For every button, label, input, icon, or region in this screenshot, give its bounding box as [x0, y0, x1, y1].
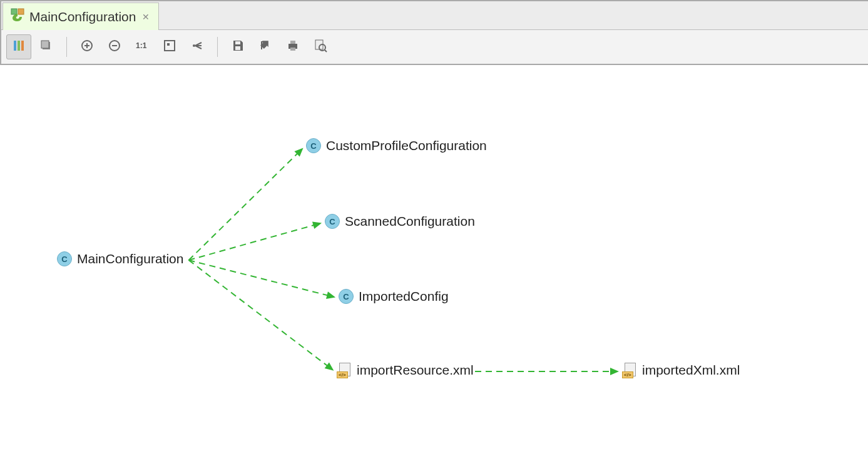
node-label: importedXml.xml: [642, 363, 740, 378]
layout-arrows-button[interactable]: [185, 34, 210, 59]
svg-rect-14: [235, 46, 240, 50]
zoom-in-icon: [80, 39, 94, 56]
svg-rect-11: [167, 43, 170, 46]
export-icon: [258, 39, 272, 56]
svg-line-24: [189, 260, 329, 296]
fit-window-icon: [163, 39, 176, 56]
tab-bar: MainConfiguration ✕: [1, 1, 868, 30]
svg-marker-29: [610, 368, 619, 375]
toolbar-separator: [217, 37, 218, 57]
class-icon: C: [57, 251, 72, 266]
svg-line-20: [189, 153, 299, 260]
export-button[interactable]: [253, 34, 278, 59]
toolbar: 1:1: [1, 30, 868, 65]
layout-arrows-icon: [190, 39, 204, 56]
diagram-node-res[interactable]: importResource.xml: [337, 363, 474, 378]
svg-text:1:1: 1:1: [136, 41, 147, 50]
svg-rect-0: [11, 9, 17, 14]
svg-marker-23: [312, 222, 322, 229]
svg-marker-27: [325, 363, 334, 371]
diagram-node-scanned[interactable]: CScannedConfiguration: [325, 214, 475, 229]
svg-rect-13: [235, 41, 240, 44]
preview-icon: [314, 39, 327, 56]
view-columns-icon: [12, 39, 26, 56]
node-label: importResource.xml: [357, 363, 474, 378]
class-icon: C: [339, 289, 354, 304]
class-icon: C: [325, 214, 340, 229]
diagram-node-custom[interactable]: CCustomProfileConfiguration: [306, 138, 487, 153]
view-grouped-button[interactable]: [34, 34, 59, 59]
svg-point-12: [193, 44, 195, 47]
svg-rect-1: [18, 9, 24, 14]
svg-rect-4: [21, 41, 24, 51]
save-icon: [231, 39, 245, 56]
svg-rect-6: [41, 41, 49, 48]
diagram-canvas[interactable]: CMainConfigurationCCustomProfileConfigur…: [1, 65, 868, 464]
zoom-actual-icon: 1:1: [135, 39, 149, 56]
fit-window-button[interactable]: [157, 34, 182, 59]
diagram-node-imported[interactable]: CImportedConfig: [339, 289, 449, 304]
tab-title: MainConfiguration: [29, 9, 136, 24]
svg-marker-21: [294, 148, 303, 156]
preview-button[interactable]: [308, 34, 333, 59]
node-label: MainConfiguration: [77, 251, 183, 266]
class-icon: C: [306, 138, 321, 153]
svg-rect-2: [14, 41, 16, 51]
zoom-actual-button[interactable]: 1:1: [130, 34, 155, 59]
node-label: ImportedConfig: [359, 289, 449, 304]
xml-file-icon: [337, 363, 352, 378]
svg-rect-16: [290, 41, 295, 44]
close-icon[interactable]: ✕: [141, 11, 151, 23]
zoom-out-button[interactable]: [102, 34, 127, 59]
toolbar-separator: [66, 37, 67, 57]
zoom-out-icon: [108, 39, 121, 56]
diagram-node-ixml[interactable]: importedXml.xml: [622, 363, 740, 378]
node-label: ScannedConfiguration: [345, 214, 475, 229]
spring-config-icon: [11, 8, 24, 25]
svg-line-22: [189, 225, 315, 260]
view-grouped-icon: [39, 39, 53, 56]
tab-active[interactable]: MainConfiguration ✕: [3, 3, 159, 30]
print-button[interactable]: [280, 34, 305, 59]
print-icon: [286, 39, 300, 56]
zoom-in-button[interactable]: [74, 34, 100, 59]
svg-rect-17: [290, 48, 295, 51]
diagram-node-main[interactable]: CMainConfiguration: [57, 251, 183, 266]
view-columns-button[interactable]: [6, 34, 31, 59]
xml-file-icon: [622, 363, 637, 378]
node-label: CustomProfileConfiguration: [326, 138, 487, 153]
svg-line-26: [189, 260, 328, 366]
svg-rect-3: [18, 41, 20, 51]
svg-marker-25: [326, 291, 335, 299]
save-button[interactable]: [225, 34, 250, 59]
